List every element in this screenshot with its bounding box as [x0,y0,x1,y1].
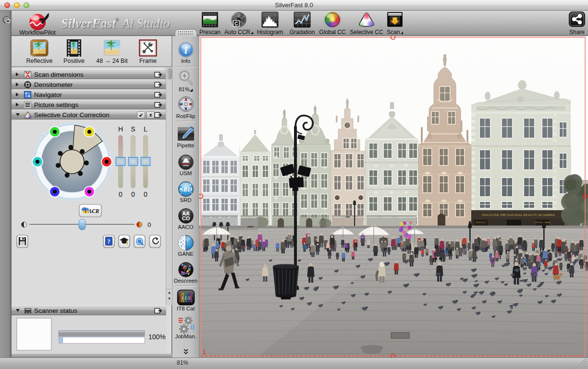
svg-text:0: 0 [131,190,135,198]
svg-text:N: N [184,107,187,110]
svg-text:Ai Studio: Ai Studio [121,16,170,31]
svg-text:DISCOVER THE NATURAL BEAUTY OF: DISCOVER THE NATURAL BEAUTY OF AMBER [482,213,555,217]
svg-text:M: M [179,103,182,106]
svg-text:C: C [234,21,238,26]
svg-text:KOPALNIA: KOPALNIA [476,221,486,224]
svg-text:IT8: IT8 [181,294,191,301]
svg-text:1: 1 [203,348,206,356]
svg-text:E: E [190,103,193,106]
svg-text:S: S [131,125,135,133]
svg-text:CO: CO [182,215,190,221]
svg-text:ACR: ACR [87,208,99,214]
svg-text:SilverFast: SilverFast [61,16,117,31]
svg-text:i: i [184,45,187,56]
svg-text:CRYSTAL AMBER: CRYSTAL AMBER [534,221,551,224]
svg-text:100%: 100% [148,333,166,341]
svg-text:2: 2 [185,97,187,101]
svg-text:0: 0 [119,190,122,198]
svg-text:0: 0 [144,190,147,198]
svg-text:H: H [118,125,123,133]
svg-text:0: 0 [147,221,151,228]
svg-text:?: ? [108,238,110,245]
svg-text:SRD: SRD [180,186,192,193]
svg-text:L: L [144,125,147,133]
svg-text:®: ® [115,17,119,23]
